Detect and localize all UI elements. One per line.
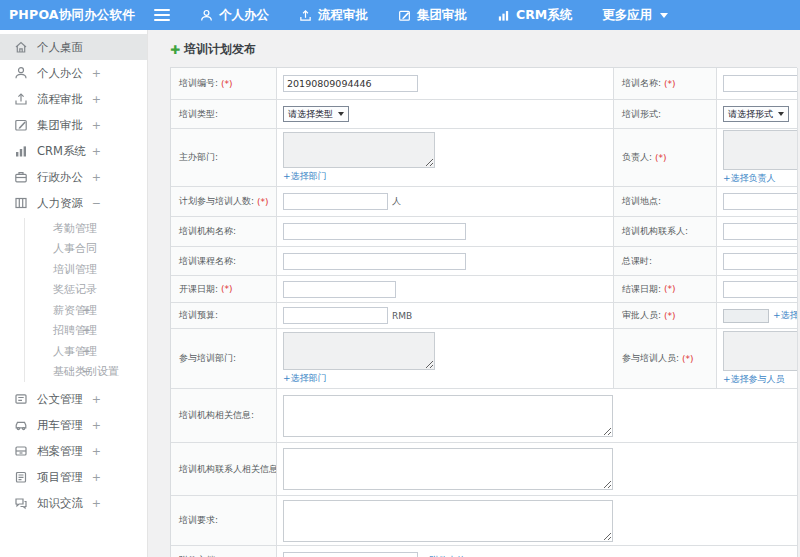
select-approver-link[interactable]: +选择审批人员 <box>773 309 798 322</box>
total-hours-input[interactable] <box>723 253 798 270</box>
topnav-personal-office[interactable]: 个人办公 <box>200 7 269 24</box>
training-type-select[interactable]: 请选择类型 <box>283 106 349 122</box>
user-icon <box>200 9 213 22</box>
sidebar-subitem-salary[interactable]: 薪资管理+ <box>25 300 147 321</box>
hamburger-menu-icon[interactable] <box>154 9 170 21</box>
approver-box[interactable] <box>723 309 769 323</box>
edit-icon <box>14 118 28 132</box>
sidebar-item-project-mgmt[interactable]: 项目管理 + <box>0 464 147 490</box>
sidebar-item-knowledge-exchange[interactable]: 知识交流 + <box>0 490 147 516</box>
expand-plus-icon[interactable]: + <box>92 393 101 406</box>
planned-count-input[interactable] <box>283 193 388 210</box>
end-date-label: 结课日期:(*) <box>614 276 717 303</box>
caret-down-icon <box>778 112 784 116</box>
sidebar-subitem-attendance[interactable]: 考勤管理 <box>25 218 147 239</box>
sidebar-item-vehicle-mgmt[interactable]: 用车管理 + <box>0 412 147 438</box>
end-date-input[interactable] <box>723 281 798 298</box>
location-input[interactable] <box>723 193 798 210</box>
expand-plus-icon[interactable]: + <box>92 471 101 484</box>
start-date-input[interactable] <box>283 281 396 298</box>
training-name-input[interactable] <box>723 75 798 92</box>
caret-down-icon <box>660 13 668 18</box>
org-contact-info-textarea[interactable] <box>283 448 613 490</box>
form-row: 开课日期:(*) 结课日期:(*) <box>171 276 797 303</box>
form-row: 附件文档: +附件上传 <box>171 546 797 557</box>
select-dept-link[interactable]: +选择部门 <box>283 372 327 385</box>
select-dept-link[interactable]: +选择部门 <box>283 170 327 183</box>
sidebar-item-official-docs[interactable]: 公文管理 + <box>0 386 147 412</box>
upload-icon <box>299 9 312 22</box>
training-no-label: 培训编号:(*) <box>171 68 277 100</box>
topnav-crm-system[interactable]: CRM系统 <box>497 7 572 24</box>
join-depts-textarea[interactable] <box>283 332 435 370</box>
sidebar-item-personal-desktop[interactable]: 个人桌面 <box>0 34 147 60</box>
leader-textarea[interactable] <box>723 130 798 170</box>
topnav-more-apps[interactable]: 更多应用 <box>602 7 668 24</box>
expand-plus-icon[interactable]: + <box>82 324 91 337</box>
form-row: 培训机构相关信息: <box>171 389 797 443</box>
sidebar-item-archive-mgmt[interactable]: 档案管理 + <box>0 438 147 464</box>
sidebar-item-workflow-approval[interactable]: 流程审批 + <box>0 86 147 112</box>
chat-icon <box>14 496 28 510</box>
expand-plus-icon[interactable]: + <box>82 345 91 358</box>
org-name-input[interactable] <box>283 223 466 240</box>
sidebar-subitem-training[interactable]: 培训管理 <box>25 259 147 280</box>
expand-plus-icon[interactable]: + <box>92 119 101 132</box>
planned-count-label: 计划参与培训人数:(*) <box>171 187 277 217</box>
form-row: 培训类型: 请选择类型 培训形式: 请选择形式 <box>171 100 797 129</box>
total-hours-label: 总课时: <box>614 247 717 276</box>
training-form-select[interactable]: 请选择形式 <box>723 106 789 122</box>
org-info-textarea[interactable] <box>283 395 613 437</box>
archive-icon <box>14 444 28 458</box>
expand-plus-icon[interactable]: + <box>92 145 101 158</box>
topnav-workflow-approval[interactable]: 流程审批 <box>299 7 368 24</box>
car-icon <box>14 418 28 432</box>
sidebar-subitem-recruitment[interactable]: 招聘管理+ <box>25 321 147 342</box>
training-no-input[interactable] <box>283 75 418 92</box>
sidebar-item-human-resources[interactable]: 人力资源 − <box>0 190 147 216</box>
page-title: ✚ 培训计划发布 <box>170 41 800 58</box>
edit-icon <box>398 9 411 22</box>
sidebar-subitem-base-category[interactable]: 基础类别设置+ <box>25 362 147 383</box>
budget-input[interactable] <box>283 307 388 324</box>
requirements-textarea[interactable] <box>283 500 613 542</box>
join-depts-label: 参与培训部门: <box>171 329 277 389</box>
select-participants-link[interactable]: +选择参与人员 <box>723 373 785 386</box>
collapse-minus-icon[interactable]: − <box>92 197 101 210</box>
expand-plus-icon[interactable]: + <box>82 365 91 378</box>
form-row: 培训机构名称: 培训机构联系人: <box>171 217 797 247</box>
expand-plus-icon[interactable]: + <box>92 419 101 432</box>
select-leader-link[interactable]: +选择负责人 <box>723 172 776 185</box>
expand-plus-icon[interactable]: + <box>82 304 91 317</box>
sidebar-subitem-rewards[interactable]: 奖惩记录 <box>25 280 147 301</box>
training-plan-form: 培训编号:(*) 培训名称:(*) 培训类型: 请选择类型 培训形式: 请选择形… <box>170 67 797 557</box>
sidebar: 个人桌面 个人办公 + 流程审批 + 集团审批 + <box>0 30 148 557</box>
expand-plus-icon[interactable]: + <box>92 445 101 458</box>
sidebar-subitem-personnel[interactable]: 人事管理+ <box>25 341 147 362</box>
form-row: 培训机构联系人相关信息: <box>171 443 797 496</box>
upload-icon <box>14 92 28 106</box>
form-row: 培训要求: <box>171 496 797 546</box>
expand-plus-icon[interactable]: + <box>92 497 101 510</box>
sidebar-item-group-approval[interactable]: 集团审批 + <box>0 112 147 138</box>
sidebar-subitem-hr-contract[interactable]: 人事合同 <box>25 239 147 260</box>
form-row: 计划参与培训人数:(*) 人 培训地点: <box>171 187 797 217</box>
topnav-group-approval[interactable]: 集团审批 <box>398 7 467 24</box>
org-info-label: 培训机构相关信息: <box>171 389 277 443</box>
join-people-textarea[interactable] <box>723 331 798 371</box>
user-icon <box>14 66 28 80</box>
sidebar-item-admin-office[interactable]: 行政办公 + <box>0 164 147 190</box>
leader-label: 负责人:(*) <box>614 129 717 187</box>
host-dept-textarea[interactable] <box>283 132 435 168</box>
org-contact-input[interactable] <box>723 223 798 240</box>
course-name-input[interactable] <box>283 253 466 270</box>
expand-plus-icon[interactable]: + <box>92 171 101 184</box>
sidebar-item-crm-system[interactable]: CRM系统 + <box>0 138 147 164</box>
attachment-input[interactable] <box>283 552 418 557</box>
expand-plus-icon[interactable]: + <box>92 67 101 80</box>
top-bar: PHPOA协同办公软件 个人办公 流程审批 集团审批 CRM系统 更多应用 <box>0 0 800 30</box>
sidebar-item-personal-office[interactable]: 个人办公 + <box>0 60 147 86</box>
expand-plus-icon[interactable]: + <box>92 93 101 106</box>
org-name-label: 培训机构名称: <box>171 217 277 247</box>
form-row: 培训编号:(*) 培训名称:(*) <box>171 68 797 100</box>
